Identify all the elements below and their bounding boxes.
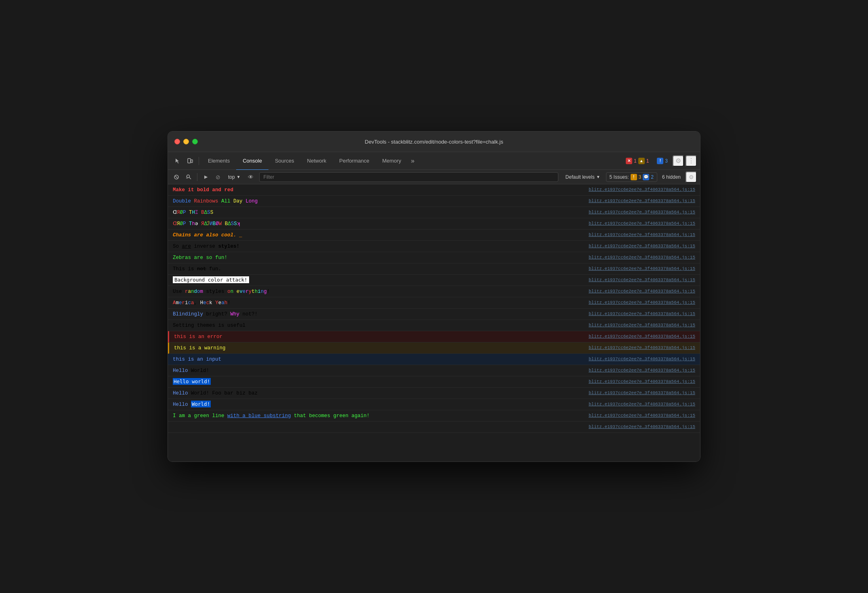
devtools-window: DevTools - stackblitz.com/edit/node-colo… <box>168 131 700 462</box>
console-settings-button[interactable]: ⚙ <box>686 171 697 183</box>
table-row[interactable]: Background color attack!blitz.e1937cc6e2… <box>168 275 700 286</box>
traffic-lights <box>174 139 198 144</box>
info-badge-icon: ! <box>657 158 663 164</box>
source-link[interactable]: blitz.e1937cc6e2ee7e…3f4063378a564.js:15 <box>589 333 695 340</box>
devtools-toolbar: Elements Console Sources Network Perform… <box>168 152 700 170</box>
source-link[interactable]: blitz.e1937cc6e2ee7e…3f4063378a564.js:15 <box>589 356 695 363</box>
info-badge-button[interactable]: ! 3 <box>654 157 671 165</box>
window-title: DevTools - stackblitz.com/edit/node-colo… <box>365 139 503 145</box>
source-link[interactable]: blitz.e1937cc6e2ee7e…3f4063378a564.js:15 <box>589 424 695 431</box>
table-row[interactable]: this is a warningblitz.e1937cc6e2ee7e…3f… <box>168 342 700 354</box>
console-toolbar-divider <box>197 173 197 181</box>
table-row[interactable]: Double Rainbows All Day Longblitz.e1937c… <box>168 196 700 207</box>
source-link[interactable]: blitz.e1937cc6e2ee7e…3f4063378a564.js:15 <box>589 345 695 352</box>
table-row[interactable]: this is an inputblitz.e1937cc6e2ee7e…3f4… <box>168 354 700 365</box>
filter-icon <box>186 174 191 180</box>
issues-info-icon: 💬 <box>643 174 649 180</box>
error-badge-count: 1 <box>634 158 637 164</box>
table-row[interactable]: Hello World!blitz.e1937cc6e2ee7e…3f40633… <box>168 365 700 376</box>
warning-badge-icon: ▲ <box>638 158 645 164</box>
issues-button[interactable]: 5 Issues: ! 3 💬 2 <box>606 172 657 182</box>
title-bar: DevTools - stackblitz.com/edit/node-colo… <box>168 132 700 152</box>
source-link[interactable]: blitz.e1937cc6e2ee7e…3f4063378a564.js:15 <box>589 299 695 307</box>
source-link[interactable]: blitz.e1937cc6e2ee7e…3f4063378a564.js:15 <box>589 254 695 261</box>
maximize-button[interactable] <box>192 139 198 144</box>
toolbar-divider <box>199 157 199 165</box>
context-selector[interactable]: top ▼ <box>225 173 244 181</box>
source-link[interactable]: blitz.e1937cc6e2ee7e…3f4063378a564.js:15 <box>589 209 695 216</box>
tab-list: Elements Console Sources Network Perform… <box>201 152 622 170</box>
hidden-button[interactable]: 6 hidden <box>659 173 684 181</box>
source-link[interactable]: blitz.e1937cc6e2ee7e…3f4063378a564.js:15 <box>589 198 695 205</box>
table-row[interactable]: Chains are also cool. _blitz.e1937cc6e2e… <box>168 230 700 241</box>
filter-console-button[interactable] <box>183 172 194 182</box>
no-icon-button[interactable]: ⊘ <box>213 172 223 182</box>
table-row[interactable]: ᗡЯØΡ THΞ ВΔSSblitz.e1937cc6e2ee7e…3f4063… <box>168 207 700 218</box>
source-link[interactable]: blitz.e1937cc6e2ee7e…3f4063378a564.js:15 <box>589 265 695 273</box>
tab-elements[interactable]: Elements <box>201 152 236 170</box>
source-link[interactable]: blitz.e1937cc6e2ee7e…3f4063378a564.js:15 <box>589 367 695 374</box>
table-row[interactable]: So are inverse styles!blitz.e1937cc6e2ee… <box>168 241 700 252</box>
tab-performance[interactable]: Performance <box>333 152 375 170</box>
eye-button[interactable]: 👁 <box>245 172 256 182</box>
error-badge-button[interactable]: ✕ 1 ▲ 1 <box>623 157 652 165</box>
table-row[interactable]: this is an errorblitz.e1937cc6e2ee7e…3f4… <box>168 331 700 342</box>
device-toolbar-button[interactable] <box>184 155 196 167</box>
error-badge-icon: ✕ <box>626 158 632 164</box>
tab-network[interactable]: Network <box>301 152 333 170</box>
device-icon <box>187 158 193 164</box>
svg-line-3 <box>175 176 178 178</box>
tab-console[interactable]: Console <box>236 152 268 170</box>
source-link[interactable]: blitz.e1937cc6e2ee7e…3f4063378a564.js:15 <box>589 401 695 408</box>
default-levels-button[interactable]: Default levels ▼ <box>562 173 604 181</box>
source-link[interactable]: blitz.e1937cc6e2ee7e…3f4063378a564.js:15 <box>589 322 695 329</box>
table-row[interactable]: blitz.e1937cc6e2ee7e…3f4063378a564.js:15 <box>168 422 700 433</box>
table-row[interactable]: ᗡЯØΡ Thə ЯΔℐИВØW ВΔSSʞblitz.e1937cc6e2ee… <box>168 218 700 230</box>
table-row[interactable]: Setting themes is usefulblitz.e1937cc6e2… <box>168 320 700 331</box>
source-link[interactable]: blitz.e1937cc6e2ee7e…3f4063378a564.js:15 <box>589 243 695 250</box>
devtools-settings-button[interactable]: ⚙ <box>673 155 684 167</box>
source-link[interactable]: blitz.e1937cc6e2ee7e…3f4063378a564.js:15 <box>589 220 695 228</box>
table-row[interactable]: Zebras are so fun!blitz.e1937cc6e2ee7e…3… <box>168 252 700 263</box>
run-script-button[interactable]: ▶ <box>201 172 211 182</box>
source-link[interactable]: blitz.e1937cc6e2ee7e…3f4063378a564.js:15 <box>589 378 695 386</box>
more-tabs-button[interactable]: » <box>408 152 418 170</box>
console-content[interactable]: Make it bold and redblitz.e1937cc6e2ee7e… <box>168 184 700 461</box>
svg-rect-1 <box>191 160 193 163</box>
clear-console-button[interactable] <box>171 172 182 182</box>
table-row[interactable]: Blindingly bright? Why not?!blitz.e1937c… <box>168 309 700 320</box>
source-link[interactable]: blitz.e1937cc6e2ee7e…3f4063378a564.js:15 <box>589 288 695 295</box>
svg-rect-0 <box>188 159 191 163</box>
table-row[interactable]: Hello World! Foo bar biz bazblitz.e1937c… <box>168 388 700 399</box>
table-row[interactable]: Make it bold and redblitz.e1937cc6e2ee7e… <box>168 184 700 196</box>
cursor-icon <box>174 158 180 164</box>
devtools-more-button[interactable]: ⋮ <box>686 155 697 167</box>
info-badge-count: 3 <box>665 158 668 164</box>
svg-point-4 <box>187 175 190 177</box>
source-link[interactable]: blitz.e1937cc6e2ee7e…3f4063378a564.js:15 <box>589 277 695 284</box>
table-row[interactable]: Hello world!blitz.e1937cc6e2ee7e…3f40633… <box>168 376 700 388</box>
table-row[interactable]: Use random styles on everything!blitz.e1… <box>168 286 700 297</box>
tab-memory[interactable]: Memory <box>376 152 408 170</box>
source-link[interactable]: blitz.e1937cc6e2ee7e…3f4063378a564.js:15 <box>589 412 695 420</box>
source-link[interactable]: blitz.e1937cc6e2ee7e…3f4063378a564.js:15 <box>589 390 695 397</box>
warning-badge-count: 1 <box>646 158 649 164</box>
table-row[interactable]: I am a green line with a blue substring … <box>168 410 700 422</box>
source-link[interactable]: blitz.e1937cc6e2ee7e…3f4063378a564.js:15 <box>589 186 695 194</box>
source-link[interactable]: blitz.e1937cc6e2ee7e…3f4063378a564.js:15 <box>589 311 695 318</box>
levels-chevron-icon: ▼ <box>596 175 600 179</box>
clear-icon <box>174 174 179 180</box>
toolbar-right: ✕ 1 ▲ 1 ! 3 ⚙ ⋮ <box>623 155 697 167</box>
console-toolbar: ▶ ⊘ top ▼ 👁 Default levels ▼ 5 Issues: !… <box>168 170 700 184</box>
inspect-element-button[interactable] <box>171 155 183 167</box>
filter-input[interactable] <box>259 172 558 182</box>
chevron-down-icon: ▼ <box>237 175 241 179</box>
svg-line-5 <box>189 177 191 179</box>
minimize-button[interactable] <box>183 139 189 144</box>
source-link[interactable]: blitz.e1937cc6e2ee7e…3f4063378a564.js:15 <box>589 232 695 239</box>
table-row[interactable]: This is not fun.blitz.e1937cc6e2ee7e…3f4… <box>168 263 700 275</box>
table-row[interactable]: America, Heck Yeah!blitz.e1937cc6e2ee7e…… <box>168 297 700 309</box>
close-button[interactable] <box>174 139 180 144</box>
tab-sources[interactable]: Sources <box>268 152 301 170</box>
table-row[interactable]: Hello World!blitz.e1937cc6e2ee7e…3f40633… <box>168 399 700 410</box>
